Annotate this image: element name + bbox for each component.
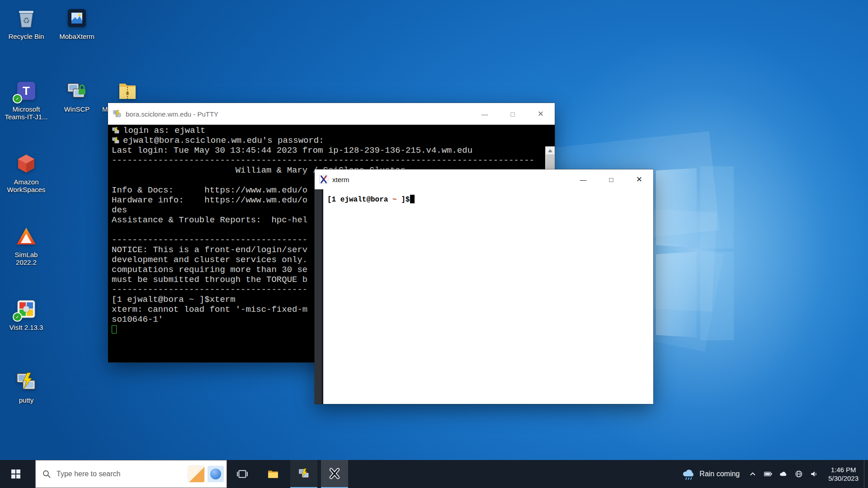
putty-titlebar[interactable]: bora.sciclone.wm.edu - PuTTY — □ × [108, 103, 555, 125]
desktop-icon-aws[interactable]: Amazon WorkSpaces [1, 152, 52, 225]
terminal-line: ejwalt@bora.sciclone.wm.edu's password: [112, 136, 545, 145]
maximize-button[interactable]: □ [499, 103, 527, 125]
maximize-button[interactable]: □ [597, 169, 625, 189]
desktop-icon-visit[interactable]: ✓ VisIt 2.13.3 [1, 297, 52, 370]
search-box[interactable] [35, 460, 227, 488]
putty-line-icon [112, 136, 120, 145]
wallpaper-windows-logo-pane [700, 166, 734, 249]
aws-icon [15, 153, 37, 174]
putty-icon [113, 109, 122, 118]
putty-icon [298, 468, 310, 479]
battery-icon [764, 469, 773, 479]
speaker-icon [810, 469, 819, 479]
putty-window-title: bora.sciclone.wm.edu - PuTTY [126, 110, 218, 118]
desktop-icon-simlab[interactable]: SimLab 2022.2 [1, 225, 52, 297]
desktop-icon-label: Amazon WorkSpaces [5, 178, 48, 193]
desktop-icon-label: VisIt 2.13.3 [9, 324, 43, 331]
onedrive-button[interactable] [776, 460, 791, 488]
xterm-x-icon [329, 468, 340, 479]
desktop-icon-winscp[interactable]: WinSCP [52, 79, 102, 152]
wallpaper-windows-logo-pane [700, 252, 734, 340]
putty-line-icon [112, 127, 120, 135]
winscp-icon [66, 80, 88, 102]
xterm-icon [319, 175, 328, 184]
search-highlight-ball-icon[interactable] [208, 466, 224, 482]
desktop-icon-label: MobaXterm [59, 33, 94, 40]
search-icon [42, 469, 51, 479]
simlab-icon [15, 225, 37, 247]
battery-button[interactable] [760, 460, 776, 488]
search-input[interactable] [56, 469, 185, 479]
terminal-line: ----------------------------------------… [112, 155, 545, 165]
start-button[interactable] [0, 460, 32, 488]
file-explorer-icon [267, 468, 279, 480]
desktop-icon-label: SimLab 2022.2 [5, 251, 48, 266]
globe-icon [794, 469, 803, 479]
close-button[interactable]: × [527, 103, 555, 125]
minimize-button[interactable]: — [569, 169, 597, 189]
putty-taskbar-button[interactable] [290, 460, 317, 488]
sync-check-badge: ✓ [13, 312, 22, 322]
wallpaper-windows-logo-pane [656, 252, 697, 338]
terminal-line: login as: ejwalt [112, 126, 545, 136]
volume-button[interactable] [807, 460, 822, 488]
weather-button[interactable]: Rain coming [676, 460, 745, 488]
xterm-prompt: [1 ejwalt@bora ~ ]$ [327, 195, 415, 204]
close-button[interactable]: × [625, 169, 653, 189]
tray-expand-button[interactable] [745, 460, 760, 488]
task-view-button[interactable] [229, 460, 256, 488]
putty-icon [15, 371, 37, 393]
desktop[interactable]: Recycle Bin MobaXterm ✓ Microsoft Teams-… [0, 0, 868, 488]
sync-check-badge: ✓ [13, 94, 22, 103]
show-desktop-button[interactable] [864, 460, 868, 488]
system-tray: Rain coming [676, 460, 868, 488]
taskbar: Rain coming [0, 460, 868, 488]
recycle-icon [15, 7, 37, 29]
file-explorer-button[interactable] [259, 460, 287, 488]
chevron-up-icon [748, 469, 757, 479]
clock-time: 1:46 PM [828, 465, 859, 474]
search-highlight-icon[interactable] [188, 465, 205, 483]
terminal-line: Last login: Tue May 30 13:45:44 2023 fro… [112, 145, 545, 155]
desktop-icon-moba[interactable]: MobaXterm [52, 6, 102, 79]
weather-rain-icon [682, 467, 695, 481]
windows-logo-icon [11, 469, 15, 474]
desktop-icon-label: Recycle Bin [8, 33, 44, 40]
xterm-window-title: xterm [332, 176, 349, 183]
desktop-icon-label: putty [19, 396, 34, 404]
zip-icon [117, 80, 138, 102]
clock-date: 5/30/2023 [828, 474, 859, 483]
desktop-icon-recycle[interactable]: Recycle Bin [1, 6, 52, 79]
weather-label: Rain coming [699, 470, 740, 478]
xterm-taskbar-button[interactable] [321, 460, 348, 488]
moba-icon [66, 7, 88, 29]
xterm-window: xterm — □ × [1 ejwalt@bora ~ ]$ [315, 169, 653, 404]
task-view-icon [236, 468, 248, 480]
network-button[interactable] [791, 460, 807, 488]
desktop-icon-putty[interactable]: putty [1, 370, 52, 443]
xterm-cursor [410, 195, 415, 203]
xterm-scrollbar[interactable] [315, 189, 323, 404]
desktop-icon-label: Microsoft Teams-IT-J1... [5, 105, 48, 121]
xterm-terminal[interactable]: [1 ejwalt@bora ~ ]$ [315, 189, 653, 404]
minimize-button[interactable]: — [471, 103, 499, 125]
scroll-up-button[interactable] [546, 146, 555, 155]
desktop-icon-label: M [102, 105, 108, 113]
taskbar-clock[interactable]: 1:46 PM 5/30/2023 [828, 465, 859, 483]
wallpaper-windows-logo-pane [656, 168, 697, 248]
xterm-titlebar[interactable]: xterm — □ × [315, 169, 653, 190]
desktop-icon-label: WinSCP [64, 105, 90, 113]
desktop-icon-teams[interactable]: ✓ Microsoft Teams-IT-J1... [1, 79, 52, 152]
cloud-icon [779, 469, 788, 479]
